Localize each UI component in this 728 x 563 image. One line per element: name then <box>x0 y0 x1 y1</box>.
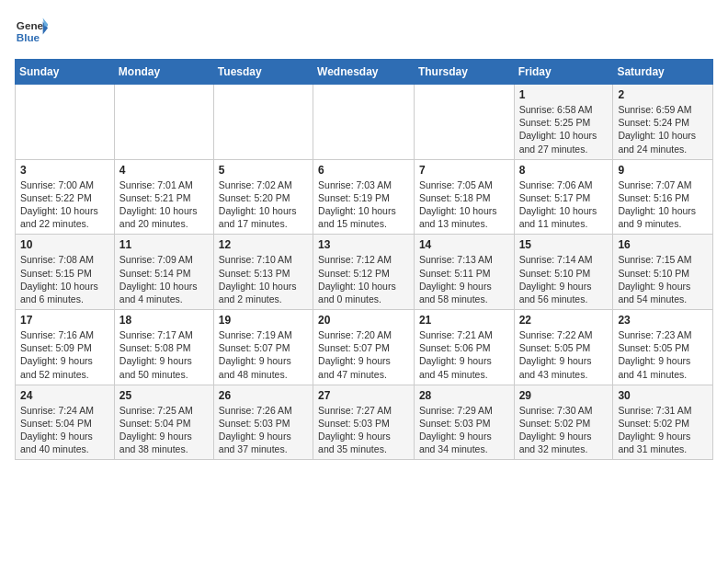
day-info: Sunrise: 7:29 AM Sunset: 5:03 PM Dayligh… <box>419 404 509 456</box>
day-number: 4 <box>119 164 209 177</box>
day-info: Sunrise: 7:21 AM Sunset: 5:06 PM Dayligh… <box>419 328 509 381</box>
day-number: 3 <box>20 164 109 177</box>
calendar-cell: 13Sunrise: 7:12 AM Sunset: 5:12 PM Dayli… <box>313 235 415 310</box>
day-number: 28 <box>419 389 509 402</box>
day-info: Sunrise: 7:19 AM Sunset: 5:07 PM Dayligh… <box>219 328 308 381</box>
day-number: 25 <box>119 389 209 402</box>
calendar-cell: 17Sunrise: 7:16 AM Sunset: 5:09 PM Dayli… <box>16 310 115 385</box>
calendar-cell: 19Sunrise: 7:19 AM Sunset: 5:07 PM Dayli… <box>213 310 313 385</box>
day-info: Sunrise: 7:27 AM Sunset: 5:03 PM Dayligh… <box>318 404 409 456</box>
day-info: Sunrise: 7:00 AM Sunset: 5:22 PM Dayligh… <box>20 178 109 231</box>
day-info: Sunrise: 7:03 AM Sunset: 5:19 PM Dayligh… <box>318 178 409 231</box>
day-info: Sunrise: 7:13 AM Sunset: 5:11 PM Dayligh… <box>419 253 509 305</box>
day-number: 29 <box>519 389 609 402</box>
calendar-week-row: 17Sunrise: 7:16 AM Sunset: 5:09 PM Dayli… <box>16 310 713 385</box>
day-info: Sunrise: 7:20 AM Sunset: 5:07 PM Dayligh… <box>318 328 409 381</box>
calendar-cell: 9Sunrise: 7:07 AM Sunset: 5:16 PM Daylig… <box>613 159 713 235</box>
weekday-header: Thursday <box>414 60 514 85</box>
weekday-header-row: SundayMondayTuesdayWednesdayThursdayFrid… <box>16 60 713 85</box>
calendar-cell: 20Sunrise: 7:20 AM Sunset: 5:07 PM Dayli… <box>313 310 415 385</box>
day-number: 19 <box>219 314 308 327</box>
calendar-cell: 6Sunrise: 7:03 AM Sunset: 5:19 PM Daylig… <box>313 159 415 235</box>
calendar-week-row: 3Sunrise: 7:00 AM Sunset: 5:22 PM Daylig… <box>16 159 713 235</box>
calendar-cell: 7Sunrise: 7:05 AM Sunset: 5:18 PM Daylig… <box>414 159 514 235</box>
day-number: 14 <box>419 238 509 251</box>
day-number: 22 <box>519 314 609 327</box>
day-info: Sunrise: 7:08 AM Sunset: 5:15 PM Dayligh… <box>20 253 109 305</box>
calendar-cell: 18Sunrise: 7:17 AM Sunset: 5:08 PM Dayli… <box>114 310 213 385</box>
day-number: 24 <box>20 389 109 402</box>
day-number: 10 <box>20 238 109 251</box>
day-info: Sunrise: 7:05 AM Sunset: 5:18 PM Dayligh… <box>419 178 509 231</box>
day-number: 17 <box>20 314 109 327</box>
calendar-cell: 10Sunrise: 7:08 AM Sunset: 5:15 PM Dayli… <box>16 235 115 310</box>
day-number: 6 <box>318 164 409 177</box>
day-number: 13 <box>318 238 409 251</box>
day-number: 11 <box>119 238 209 251</box>
day-number: 15 <box>519 238 609 251</box>
day-number: 7 <box>419 164 509 177</box>
calendar-cell <box>414 85 514 160</box>
calendar-cell: 28Sunrise: 7:29 AM Sunset: 5:03 PM Dayli… <box>414 385 514 460</box>
calendar-cell <box>213 85 313 160</box>
logo-icon: General Blue <box>15 15 48 48</box>
day-number: 26 <box>219 389 308 402</box>
calendar-header: SundayMondayTuesdayWednesdayThursdayFrid… <box>16 60 713 85</box>
day-info: Sunrise: 7:16 AM Sunset: 5:09 PM Dayligh… <box>20 328 109 381</box>
day-number: 1 <box>519 88 609 101</box>
weekday-header: Wednesday <box>313 60 415 85</box>
day-info: Sunrise: 7:30 AM Sunset: 5:02 PM Dayligh… <box>519 404 609 456</box>
calendar-cell <box>114 85 213 160</box>
calendar-week-row: 10Sunrise: 7:08 AM Sunset: 5:15 PM Dayli… <box>16 235 713 310</box>
day-number: 21 <box>419 314 509 327</box>
calendar-cell: 15Sunrise: 7:14 AM Sunset: 5:10 PM Dayli… <box>514 235 613 310</box>
calendar-cell: 30Sunrise: 7:31 AM Sunset: 5:02 PM Dayli… <box>613 385 713 460</box>
calendar-cell: 29Sunrise: 7:30 AM Sunset: 5:02 PM Dayli… <box>514 385 613 460</box>
day-number: 5 <box>219 164 308 177</box>
day-info: Sunrise: 7:15 AM Sunset: 5:10 PM Dayligh… <box>618 253 708 305</box>
day-info: Sunrise: 7:22 AM Sunset: 5:05 PM Dayligh… <box>519 328 609 381</box>
day-info: Sunrise: 7:25 AM Sunset: 5:04 PM Dayligh… <box>119 404 209 456</box>
weekday-header: Friday <box>514 60 613 85</box>
day-info: Sunrise: 7:14 AM Sunset: 5:10 PM Dayligh… <box>519 253 609 305</box>
calendar-cell: 24Sunrise: 7:24 AM Sunset: 5:04 PM Dayli… <box>16 385 115 460</box>
day-info: Sunrise: 7:10 AM Sunset: 5:13 PM Dayligh… <box>219 253 308 305</box>
calendar-week-row: 24Sunrise: 7:24 AM Sunset: 5:04 PM Dayli… <box>16 385 713 460</box>
page-header: General Blue <box>15 15 713 48</box>
calendar-cell: 14Sunrise: 7:13 AM Sunset: 5:11 PM Dayli… <box>414 235 514 310</box>
day-info: Sunrise: 6:58 AM Sunset: 5:25 PM Dayligh… <box>519 103 609 155</box>
calendar-week-row: 1Sunrise: 6:58 AM Sunset: 5:25 PM Daylig… <box>16 85 713 160</box>
day-info: Sunrise: 7:26 AM Sunset: 5:03 PM Dayligh… <box>219 404 308 456</box>
calendar-cell: 1Sunrise: 6:58 AM Sunset: 5:25 PM Daylig… <box>514 85 613 160</box>
calendar-cell: 12Sunrise: 7:10 AM Sunset: 5:13 PM Dayli… <box>213 235 313 310</box>
calendar-cell: 21Sunrise: 7:21 AM Sunset: 5:06 PM Dayli… <box>414 310 514 385</box>
day-info: Sunrise: 7:06 AM Sunset: 5:17 PM Dayligh… <box>519 178 609 231</box>
logo: General Blue <box>15 15 48 48</box>
calendar-cell: 11Sunrise: 7:09 AM Sunset: 5:14 PM Dayli… <box>114 235 213 310</box>
calendar-cell: 23Sunrise: 7:23 AM Sunset: 5:05 PM Dayli… <box>613 310 713 385</box>
day-info: Sunrise: 7:31 AM Sunset: 5:02 PM Dayligh… <box>618 404 708 456</box>
day-info: Sunrise: 7:01 AM Sunset: 5:21 PM Dayligh… <box>119 178 209 231</box>
calendar-cell: 5Sunrise: 7:02 AM Sunset: 5:20 PM Daylig… <box>213 159 313 235</box>
day-number: 16 <box>618 238 708 251</box>
day-info: Sunrise: 6:59 AM Sunset: 5:24 PM Dayligh… <box>618 103 708 155</box>
day-info: Sunrise: 7:12 AM Sunset: 5:12 PM Dayligh… <box>318 253 409 305</box>
calendar-cell: 4Sunrise: 7:01 AM Sunset: 5:21 PM Daylig… <box>114 159 213 235</box>
calendar-cell: 8Sunrise: 7:06 AM Sunset: 5:17 PM Daylig… <box>514 159 613 235</box>
day-number: 8 <box>519 164 609 177</box>
day-info: Sunrise: 7:17 AM Sunset: 5:08 PM Dayligh… <box>119 328 209 381</box>
calendar-cell <box>16 85 115 160</box>
calendar-cell: 3Sunrise: 7:00 AM Sunset: 5:22 PM Daylig… <box>16 159 115 235</box>
day-number: 9 <box>618 164 708 177</box>
weekday-header: Monday <box>114 60 213 85</box>
calendar-cell: 27Sunrise: 7:27 AM Sunset: 5:03 PM Dayli… <box>313 385 415 460</box>
day-info: Sunrise: 7:09 AM Sunset: 5:14 PM Dayligh… <box>119 253 209 305</box>
weekday-header: Saturday <box>613 60 713 85</box>
calendar-cell: 26Sunrise: 7:26 AM Sunset: 5:03 PM Dayli… <box>213 385 313 460</box>
day-info: Sunrise: 7:23 AM Sunset: 5:05 PM Dayligh… <box>618 328 708 381</box>
calendar-body: 1Sunrise: 6:58 AM Sunset: 5:25 PM Daylig… <box>16 85 713 460</box>
day-info: Sunrise: 7:24 AM Sunset: 5:04 PM Dayligh… <box>20 404 109 456</box>
calendar-cell: 2Sunrise: 6:59 AM Sunset: 5:24 PM Daylig… <box>613 85 713 160</box>
calendar-cell: 25Sunrise: 7:25 AM Sunset: 5:04 PM Dayli… <box>114 385 213 460</box>
day-number: 30 <box>618 389 708 402</box>
